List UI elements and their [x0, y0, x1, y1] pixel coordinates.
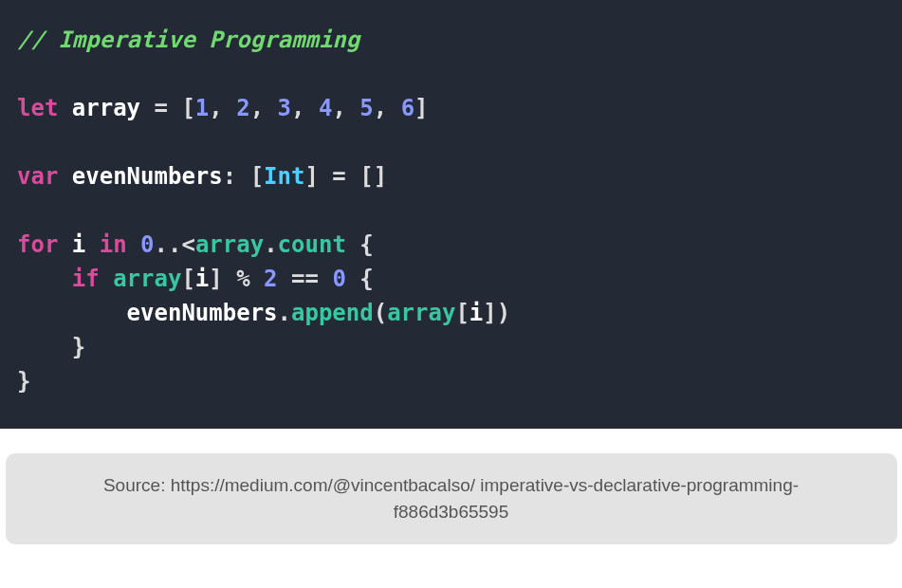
code-block: // Imperative Programming let array = [1… [0, 0, 902, 429]
source-caption: Source: https://medium.com/@vincentbacal… [6, 453, 897, 544]
caption-wrap: Source: https://medium.com/@vincentbacal… [0, 429, 902, 544]
